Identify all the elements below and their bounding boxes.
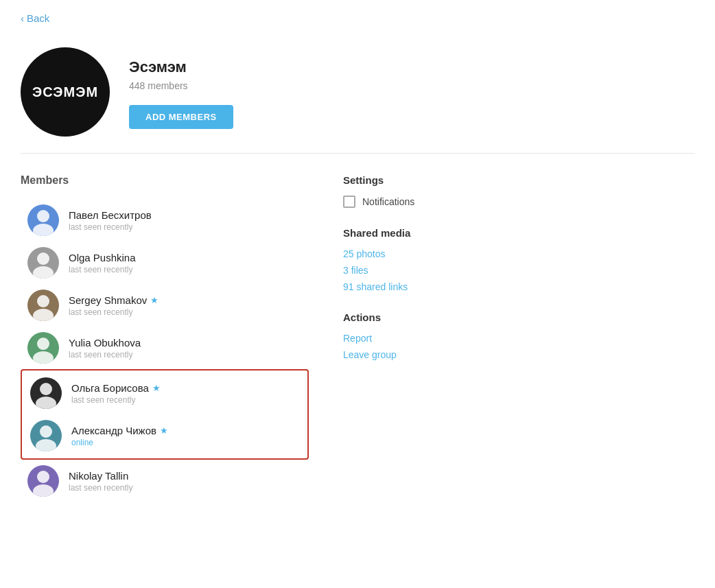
notifications-label: Notifications [362, 196, 414, 207]
files-link[interactable]: 3 files [343, 265, 694, 276]
settings-section-title: Settings [343, 174, 694, 186]
svg-point-7 [33, 351, 54, 364]
avatar [27, 247, 59, 279]
members-section-title: Members [21, 174, 309, 187]
shared-links-link[interactable]: 91 shared links [343, 281, 694, 292]
member-name: Yulia Obukhova [69, 337, 141, 349]
main-content: Members Павел Бесхитров last seen recent… [0, 154, 715, 523]
member-status: online [71, 438, 168, 447]
member-info: Sergey Shmakov ★ last seen recently [69, 294, 159, 317]
list-item[interactable]: Павел Бесхитров last seen recently [21, 199, 309, 242]
actions-section: Actions Report Leave group [343, 311, 694, 360]
svg-point-9 [36, 397, 56, 409]
member-info: Nikolay Tallin last seen recently [69, 470, 132, 493]
settings-column: Settings Notifications Shared media 25 p… [336, 174, 694, 502]
member-info: Ольга Борисова ★ last seen recently [71, 382, 161, 405]
star-icon: ★ [152, 383, 161, 393]
group-members-count: 448 members [129, 80, 233, 91]
list-item[interactable]: Александр Чижов ★ online [23, 414, 306, 457]
svg-point-3 [33, 266, 54, 279]
selected-member-group: Ольга Борисова ★ last seen recently Ал [21, 369, 309, 460]
member-name: Павел Бесхитров [69, 209, 152, 221]
svg-point-11 [36, 439, 56, 451]
member-status: last seen recently [69, 265, 136, 274]
svg-point-5 [33, 309, 54, 321]
member-status: last seen recently [69, 307, 159, 317]
member-name: Nikolay Tallin [69, 470, 132, 482]
member-info: Olga Pushkina last seen recently [69, 252, 136, 274]
list-item[interactable]: Yulia Obukhova last seen recently [21, 327, 309, 369]
avatar [27, 290, 59, 321]
back-label: Back [27, 12, 49, 24]
shared-media-title: Shared media [343, 227, 694, 239]
member-status: last seen recently [69, 350, 141, 360]
header: ‹ Back [0, 0, 715, 35]
star-icon: ★ [160, 425, 168, 436]
shared-media-section: Shared media 25 photos 3 files 91 shared… [343, 227, 694, 292]
member-name: Olga Pushkina [69, 252, 136, 263]
svg-point-2 [37, 252, 49, 265]
notifications-row: Notifications [343, 196, 694, 208]
member-info: Yulia Obukhova last seen recently [69, 337, 141, 360]
list-item[interactable]: Nikolay Tallin last seen recently [21, 460, 309, 502]
group-name: Эсэмэм [129, 58, 233, 76]
group-details: Эсэмэм 448 members ADD MEMBERS [129, 47, 233, 129]
svg-point-6 [37, 338, 49, 350]
member-status: last seen recently [71, 395, 161, 405]
group-info: ЭСЭМЭМ Эсэмэм 448 members ADD MEMBERS [0, 35, 715, 153]
back-button[interactable]: ‹ Back [21, 12, 49, 24]
member-info: Александр Чижов ★ online [71, 425, 168, 447]
member-name: Sergey Shmakov ★ [69, 294, 159, 306]
svg-point-8 [40, 383, 52, 395]
member-status: last seen recently [69, 222, 152, 232]
report-link[interactable]: Report [343, 333, 694, 344]
settings-section: Settings Notifications [343, 174, 694, 208]
svg-point-0 [37, 210, 49, 222]
member-name: Александр Чижов ★ [71, 425, 168, 436]
back-chevron-icon: ‹ [21, 12, 24, 24]
list-item[interactable]: Sergey Shmakov ★ last seen recently [21, 284, 309, 327]
add-members-button[interactable]: ADD MEMBERS [129, 105, 233, 129]
svg-point-12 [37, 471, 49, 483]
notifications-checkbox[interactable] [343, 196, 355, 208]
leave-group-link[interactable]: Leave group [343, 349, 694, 360]
svg-point-4 [37, 295, 49, 307]
member-status: last seen recently [69, 483, 132, 493]
avatar [27, 332, 59, 364]
svg-point-13 [33, 484, 54, 497]
list-item[interactable]: Olga Pushkina last seen recently [21, 242, 309, 284]
avatar [27, 465, 59, 497]
avatar [30, 377, 62, 409]
avatar [27, 204, 59, 236]
list-item[interactable]: Ольга Борисова ★ last seen recently [23, 372, 306, 414]
svg-point-1 [33, 224, 54, 236]
member-info: Павел Бесхитров last seen recently [69, 209, 152, 232]
actions-title: Actions [343, 311, 694, 323]
member-name: Ольга Борисова ★ [71, 382, 161, 394]
avatar [30, 420, 62, 451]
photos-link[interactable]: 25 photos [343, 248, 694, 259]
group-avatar: ЭСЭМЭМ [21, 47, 110, 137]
star-icon: ★ [150, 295, 159, 305]
svg-point-10 [40, 425, 52, 438]
group-avatar-text: ЭСЭМЭМ [32, 84, 98, 100]
members-column: Members Павел Бесхитров last seen recent… [21, 174, 336, 502]
